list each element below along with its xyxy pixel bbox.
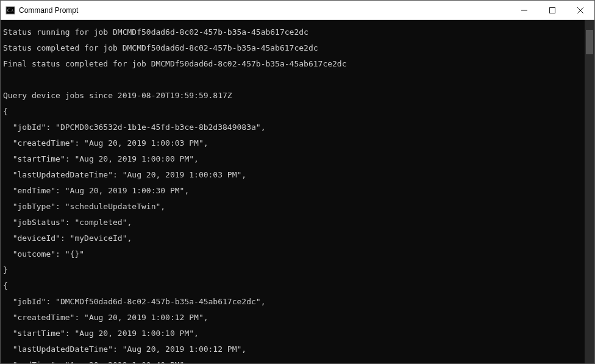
- command-prompt-window: C:\ Command Prompt Status running for jo…: [0, 0, 595, 364]
- status-line: Final status completed for job DMCMDf50d…: [3, 60, 585, 68]
- console-area: Status running for job DMCMDf50dad6d-8c0…: [1, 20, 594, 363]
- vertical-scrollbar[interactable]: [585, 20, 594, 363]
- blank-line: [3, 76, 585, 84]
- json-brace: {: [3, 282, 585, 290]
- json-brace: }: [3, 266, 585, 274]
- json-field: "endTime": "Aug 20, 2019 1:00:40 PM",: [3, 361, 585, 363]
- json-field: "deviceId": "myDeviceId",: [3, 234, 585, 242]
- minimize-button[interactable]: [510, 1, 538, 20]
- close-button[interactable]: [566, 1, 594, 20]
- json-field: "endTime": "Aug 20, 2019 1:00:30 PM",: [3, 187, 585, 194]
- status-line: Status completed for job DMCMDf50dad6d-8…: [3, 44, 585, 52]
- window-title: Command Prompt: [19, 6, 510, 15]
- console-output[interactable]: Status running for job DMCMDf50dad6d-8c0…: [1, 20, 585, 363]
- json-field: "outcome": "{}": [3, 250, 585, 258]
- cmd-icon: C:\: [5, 5, 15, 15]
- json-field: "startTime": "Aug 20, 2019 1:00:10 PM",: [3, 329, 585, 337]
- json-field: "jobId": "DPCMD0c36532d-1b1e-45fd-b3ce-8…: [3, 123, 585, 131]
- window-controls: [510, 1, 594, 20]
- status-line: Status running for job DMCMDf50dad6d-8c0…: [3, 28, 585, 36]
- svg-rect-3: [550, 7, 555, 13]
- titlebar[interactable]: C:\ Command Prompt: [1, 1, 594, 20]
- json-field: "jobStatus": "completed",: [3, 218, 585, 226]
- scrollbar-thumb[interactable]: [586, 30, 593, 54]
- json-field: "jobId": "DMCMDf50dad6d-8c02-457b-b35a-4…: [3, 298, 585, 305]
- json-field: "lastUpdatedDateTime": "Aug 20, 2019 1:0…: [3, 171, 585, 179]
- json-field: "createdTime": "Aug 20, 2019 1:00:03 PM"…: [3, 139, 585, 147]
- json-field: "jobType": "scheduleUpdateTwin",: [3, 202, 585, 210]
- json-brace: {: [3, 107, 585, 115]
- json-field: "createdTime": "Aug 20, 2019 1:00:12 PM"…: [3, 313, 585, 321]
- scrollbar-track[interactable]: [585, 30, 594, 354]
- query-line: Query device jobs since 2019-08-20T19:59…: [3, 91, 585, 99]
- maximize-button[interactable]: [538, 1, 566, 20]
- json-field: "startTime": "Aug 20, 2019 1:00:00 PM",: [3, 155, 585, 163]
- json-field: "lastUpdatedDateTime": "Aug 20, 2019 1:0…: [3, 345, 585, 353]
- svg-text:C:\: C:\: [7, 8, 14, 13]
